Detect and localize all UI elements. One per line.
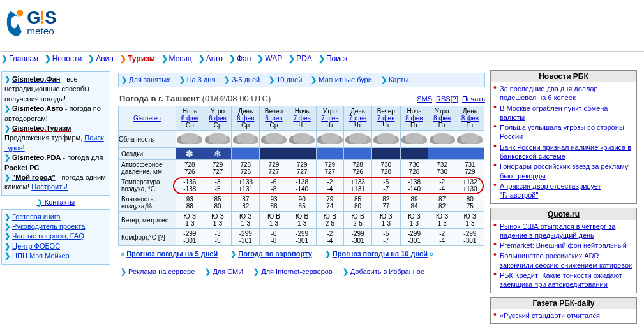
news-link[interactable]: РБК.Кредит: Какие тонкости ожидают заемщ…	[500, 272, 622, 288]
date-link[interactable]: 6 фев	[237, 115, 254, 122]
arrow-icon: ❯	[269, 76, 274, 84]
footer-link[interactable]: Для Internet-серверов	[261, 268, 333, 275]
news-link[interactable]: Банк России признал наличие кризиса в ба…	[500, 143, 631, 160]
news-link[interactable]: Рынок США отыгрался в четверг за падение…	[500, 222, 615, 239]
promo-link[interactable]: "Мой город"	[12, 173, 56, 181]
cloud-cell	[176, 131, 204, 148]
date-link[interactable]: 8 фев	[461, 115, 479, 122]
news-link[interactable]: Большинство российских ADR закончили сес…	[500, 252, 632, 268]
footer-link[interactable]: Добавить в Избранное	[350, 268, 424, 275]
promo-link[interactable]: Gismeteo.Авто	[12, 105, 63, 112]
nav-link[interactable]: Месяц	[169, 54, 192, 63]
arrow-icon: ❯	[161, 54, 168, 63]
col-header: Ночь6 февСр	[176, 106, 204, 131]
left-link-item: ❯ НПЦ Мэп Мейкер	[4, 251, 107, 261]
cloud-cell	[232, 131, 260, 148]
date-link[interactable]: 7 фев	[377, 115, 394, 122]
subnav-link[interactable]: Для занятых	[129, 76, 170, 84]
news-link[interactable]: За последние два дня доллар подешевел на…	[500, 85, 598, 101]
gismeteo-logo[interactable]: G ! S meteo	[3, 3, 111, 47]
left-link[interactable]: Центр ФОБОС	[12, 242, 60, 250]
subnav-link[interactable]: 10 дней	[276, 76, 302, 84]
news-item: РБК.Кредит: Какие тонкости ожидают заемщ…	[493, 270, 634, 290]
top-nav: ❯ Главная❯ Новости❯ Авиа❯ Туризм❯ Месяц❯…	[0, 51, 644, 66]
subnav-link[interactable]: На 3 дня	[187, 76, 216, 84]
data-cell: Ю-З1-3	[400, 212, 428, 229]
data-cell: -2-4	[316, 229, 344, 246]
bottom-link[interactable]: Прогноз погоды на 10 дней	[333, 250, 428, 258]
title-link[interactable]: RSS[?]	[436, 95, 458, 103]
title-link[interactable]: SMS	[417, 95, 432, 103]
date-link[interactable]: 6 фев	[209, 115, 226, 122]
promo-tail-link[interactable]: Настроить!	[31, 183, 68, 191]
nav-link[interactable]: Туризм	[128, 54, 155, 63]
data-cell: 9388	[260, 194, 288, 212]
news-link[interactable]: В Москве ограблен пункт обмена валюты	[500, 105, 608, 121]
news-item: Польша услышала угрозы со стороны России	[493, 122, 634, 142]
promo-link[interactable]: Gismeteo.Туризм	[12, 124, 71, 132]
nav-link[interactable]: Главная	[9, 54, 38, 63]
nav-link[interactable]: Новости	[52, 54, 82, 63]
precip-cell	[288, 148, 316, 160]
nav-link[interactable]: PDA	[296, 54, 312, 63]
footer-link[interactable]: Реклама на сервере	[128, 268, 195, 275]
promo-tail-link[interactable]: Поиск туров!	[4, 134, 104, 151]
news-link[interactable]: Апраксин двор отреставрирует "Главстрой"	[500, 182, 601, 199]
row-header: Облачность	[119, 131, 176, 148]
nav-link[interactable]: Поиск	[326, 54, 347, 63]
data-cell: Ю-В2-5	[316, 212, 344, 229]
subnav-item: ❯ Для занятых	[121, 76, 170, 84]
data-cell: Ю-В2-5	[344, 212, 372, 229]
promo-item: ❯ Gismeteo.Фан - все нетрадиционные спос…	[4, 75, 107, 104]
left-promo-box: ❯ Gismeteo.Фан - все нетрадиционные спос…	[1, 71, 110, 196]
date-link[interactable]: 8 фев	[405, 115, 423, 122]
subnav-item: ❯ Магнитные бури	[311, 76, 372, 84]
row-header: Атмосферное давление, мм	[119, 160, 176, 177]
data-cell: -299-301	[344, 229, 372, 246]
date-link[interactable]: 7 фев	[293, 115, 310, 122]
rbk-title: Новости РБК	[491, 71, 636, 82]
arrow-icon: ❯	[88, 54, 94, 63]
data-cell: Ю-В1-3	[288, 212, 316, 229]
data-cell: Ю-З1-3	[204, 212, 232, 229]
contacts-link[interactable]: ❯ Контакты	[0, 198, 112, 207]
bottom-links: « Прогноз погоды на 5 дней❯ Погода по аэ…	[118, 246, 485, 262]
news-link[interactable]: «Русский стандарт» отчитался	[500, 312, 600, 319]
arrow-icon: ❯	[343, 268, 348, 275]
data-cell: 728726	[176, 160, 204, 177]
news-link[interactable]: Premarket: Внешний фон нейтральный	[500, 242, 627, 249]
promo-link[interactable]: Gismeteo.Фан	[12, 75, 60, 83]
cloud-icon	[433, 133, 451, 144]
bottom-link[interactable]: Прогноз погоды на 5 дней	[126, 250, 218, 258]
arrow-icon: ❯	[4, 75, 10, 83]
date-link[interactable]: 6 фев	[181, 115, 198, 122]
col-header: Утро7 февЧт	[316, 106, 344, 131]
promo-link[interactable]: Gismeteo.PDA	[12, 154, 61, 161]
bottom-link[interactable]: Погода по аэропорту	[238, 250, 312, 258]
nav-link[interactable]: WAP	[265, 54, 282, 63]
footer-link[interactable]: Для СМИ	[213, 268, 243, 275]
date-link[interactable]: 8 фев	[433, 115, 451, 122]
subnav-link[interactable]: 3-5 дней	[232, 76, 260, 84]
title-link[interactable]: Печать	[462, 95, 485, 103]
news-link[interactable]: Польша услышала угрозы со стороны России	[500, 124, 624, 140]
date-link[interactable]: 6 фев	[265, 115, 282, 122]
left-link[interactable]: Гостевая книга	[12, 213, 61, 221]
news-item: Гонорары российских звезд за рекламу бью…	[493, 161, 634, 181]
svg-text:G: G	[27, 8, 40, 27]
subnav-link[interactable]: Магнитные бури	[318, 76, 372, 84]
left-link[interactable]: НПЦ Мэп Мейкер	[12, 252, 70, 259]
col-header: Ночь7 февЧт	[288, 106, 316, 131]
subnav-link[interactable]: Карты	[389, 76, 408, 84]
date-link[interactable]: 7 фев	[321, 115, 338, 122]
left-link[interactable]: Частые вопросы, FAQ	[12, 232, 84, 240]
data-cell: -299-301	[288, 229, 316, 246]
nav-link[interactable]: Авиа	[96, 54, 114, 63]
date-link[interactable]: 7 фев	[349, 115, 366, 122]
data-cell: 8075	[456, 194, 484, 212]
news-link[interactable]: Гонорары российских звезд за рекламу бью…	[500, 163, 628, 179]
nav-link[interactable]: Фан	[237, 54, 251, 63]
left-link[interactable]: Руководитель проекта	[12, 222, 85, 230]
promo-item: ❯ "Мой город" - погода одним кликом! Нас…	[4, 173, 107, 192]
nav-link[interactable]: Авто	[206, 54, 223, 63]
